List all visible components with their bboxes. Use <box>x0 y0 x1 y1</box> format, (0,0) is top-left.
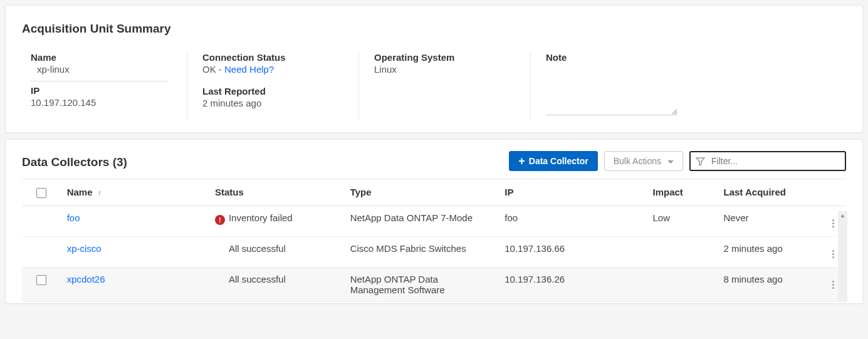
row-status-text: All successful <box>215 274 286 284</box>
row-ip-cell: 10.197.136.66 <box>498 237 646 268</box>
data-collectors-header: Data Collectors (3) + Data Collector Bul… <box>22 151 846 171</box>
summary-grid: Name xp-linux IP 10.197.120.145 Connecti… <box>22 52 846 121</box>
data-collectors-table: Name ↑ Status Type IP Impact Last Acquir… <box>22 179 846 302</box>
summary-col-connection: Connection Status OK - Need Help? Last R… <box>202 52 359 121</box>
row-last-acquired-cell: 2 minutes ago <box>718 237 820 268</box>
name-value: xp-linux <box>31 64 172 75</box>
row-checkbox-cell <box>22 237 61 268</box>
sort-asc-icon: ↑ <box>98 189 102 197</box>
header-checkbox-cell <box>22 179 61 206</box>
filter-box[interactable] <box>689 151 846 171</box>
collector-name-link[interactable]: xpcdot26 <box>67 274 105 284</box>
filter-icon <box>696 157 705 166</box>
summary-title: Acquisition Unit Summary <box>22 22 846 36</box>
plus-icon: + <box>518 155 525 167</box>
conn-status-value: OK - Need Help? <box>202 64 343 75</box>
row-name-cell: foo <box>61 206 209 237</box>
note-label: Note <box>546 52 816 63</box>
conn-status-ok: OK - <box>202 64 224 75</box>
name-label: Name <box>31 52 172 63</box>
filter-input[interactable] <box>710 155 840 167</box>
row-impact-cell: Low <box>647 206 718 237</box>
row-name-cell: xp-cisco <box>61 237 209 268</box>
scroll-up-icon: ▲ <box>840 212 845 219</box>
row-actions-menu[interactable] <box>830 248 837 261</box>
note-textarea[interactable] <box>546 63 677 115</box>
chevron-down-icon <box>667 156 674 166</box>
row-actions-menu[interactable] <box>830 217 837 230</box>
add-data-collector-button[interactable]: + Data Collector <box>509 151 597 171</box>
row-ip-cell: foo <box>498 206 646 237</box>
header-status[interactable]: Status <box>209 179 344 206</box>
header-actions <box>820 179 846 206</box>
name-divider <box>31 81 169 81</box>
summary-col-os: Operating System Linux <box>374 52 531 121</box>
row-name-cell: xpcdot26 <box>61 268 209 302</box>
bulk-actions-label: Bulk Actions <box>614 156 661 166</box>
collector-name-link[interactable]: xp-cisco <box>67 243 102 254</box>
data-collectors-title: Data Collectors (3) <box>22 153 503 169</box>
table-wrapper: Name ↑ Status Type IP Impact Last Acquir… <box>22 179 846 302</box>
header-type[interactable]: Type <box>344 179 499 206</box>
header-name-label: Name <box>67 187 93 197</box>
select-all-checkbox[interactable] <box>36 188 46 198</box>
row-type-cell: NetApp ONTAP Data Management Software <box>344 268 499 302</box>
header-name[interactable]: Name ↑ <box>61 179 209 206</box>
conn-status-label: Connection Status <box>202 52 343 63</box>
ip-label: IP <box>31 85 172 96</box>
row-type-cell: NetApp Data ONTAP 7-Mode <box>344 206 499 237</box>
row-last-acquired-cell: 8 minutes ago <box>718 268 820 302</box>
os-value: Linux <box>374 64 515 75</box>
row-checkbox[interactable] <box>36 275 46 285</box>
row-impact-cell <box>647 268 718 302</box>
summary-panel: Acquisition Unit Summary Name xp-linux I… <box>5 5 863 133</box>
row-status-text: Inventory failed <box>229 212 293 223</box>
summary-col-note: Note <box>546 52 831 121</box>
table-header-row: Name ↑ Status Type IP Impact Last Acquir… <box>22 179 846 206</box>
table-row[interactable]: xp-ciscoAll successfulCisco MDS Fabric S… <box>22 237 846 268</box>
row-ip-cell: 10.197.136.26 <box>498 268 646 302</box>
bulk-actions-button[interactable]: Bulk Actions <box>604 151 683 171</box>
header-impact[interactable]: Impact <box>647 179 718 206</box>
collector-name-link[interactable]: foo <box>67 212 80 223</box>
add-data-collector-label: Data Collector <box>529 156 588 166</box>
row-status-cell: !Inventory failed <box>209 206 344 237</box>
summary-col-name-ip: Name xp-linux IP 10.197.120.145 <box>31 52 187 121</box>
table-row[interactable]: foo!Inventory failedNetApp Data ONTAP 7-… <box>22 206 846 237</box>
os-label: Operating System <box>374 52 515 63</box>
last-reported-value: 2 minutes ago <box>202 98 343 108</box>
row-checkbox-cell <box>22 268 61 302</box>
row-last-acquired-cell: Never <box>718 206 820 237</box>
row-actions-menu[interactable] <box>830 278 837 291</box>
row-type-cell: Cisco MDS Fabric Switches <box>344 237 499 268</box>
header-last-acquired[interactable]: Last Acquired <box>718 179 820 206</box>
row-status-text: All successful <box>215 243 286 254</box>
table-row[interactable]: xpcdot26All successfulNetApp ONTAP Data … <box>22 268 846 302</box>
need-help-link[interactable]: Need Help? <box>224 64 274 75</box>
ip-value: 10.197.120.145 <box>31 97 172 108</box>
row-status-cell: All successful <box>209 237 344 268</box>
last-reported-label: Last Reported <box>202 86 343 96</box>
row-status-cell: All successful <box>209 268 344 302</box>
error-icon: ! <box>215 215 225 225</box>
header-ip[interactable]: IP <box>498 179 646 206</box>
vertical-scrollbar[interactable]: ▲ <box>838 211 847 302</box>
row-checkbox-cell <box>22 206 61 237</box>
data-collectors-panel: Data Collectors (3) + Data Collector Bul… <box>5 139 863 304</box>
row-impact-cell <box>647 237 718 268</box>
